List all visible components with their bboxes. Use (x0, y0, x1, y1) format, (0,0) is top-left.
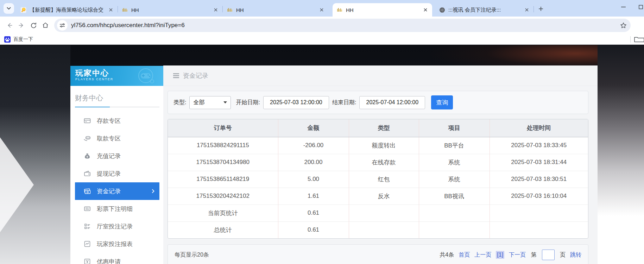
col-header-order-no: 订单号 (168, 119, 278, 137)
cell-type: 红包 (349, 171, 419, 188)
total-count: 共4条 (440, 251, 454, 259)
page-title: 资金记录 (183, 71, 208, 80)
tab-hh-1[interactable]: HH (118, 3, 222, 17)
cell-amount: 1.61 (278, 188, 349, 205)
pagination-bar: 每页显示20条 共4条 首页 上一页 [1] 下一页 第 页 跳转 (168, 244, 588, 264)
page-size-text: 每页显示20条 (175, 251, 209, 259)
sidebar-item-deposit[interactable]: 存款专区 (70, 112, 163, 130)
plus-icon (538, 6, 543, 11)
baidu-paw-icon (4, 36, 11, 43)
tab-hh-active[interactable]: HH (333, 3, 432, 17)
minimize-button[interactable] (619, 3, 627, 11)
chevron-down-icon (7, 7, 11, 10)
bookmark-label: 百度一下 (13, 36, 33, 43)
tab-close-icon[interactable] (422, 7, 429, 13)
back-button[interactable] (4, 19, 15, 31)
hh-gold-logo (337, 7, 343, 13)
sidebar-item-withdraw-record[interactable]: 提现记录 (70, 165, 163, 182)
sidebar-item-label: 优惠申请 (97, 258, 121, 264)
sidebar-item-player-report[interactable]: 玩家投注报表 (70, 235, 163, 253)
filter-bar: 类型: 全部 开始日期: 结束日期: 查询 (168, 91, 588, 114)
cell-project: BB平台 (419, 137, 490, 154)
sidebar-section-title: 财务中心 (75, 93, 163, 103)
funds-icon (83, 187, 91, 195)
prev-page-link[interactable]: 上一页 (474, 251, 491, 259)
first-page-link[interactable]: 首页 (459, 251, 470, 259)
site-info-button[interactable] (57, 20, 68, 31)
col-header-time: 处理时间 (490, 119, 588, 137)
sidebar-item-hall-bets[interactable]: 厅室投注记录 (70, 218, 163, 235)
sidebar-item-funds-record[interactable]: 资金记录 (75, 182, 159, 200)
query-button[interactable]: 查询 (431, 95, 453, 109)
sidebar-item-label: 玩家投注报表 (97, 240, 133, 248)
type-label: 类型: (173, 99, 186, 106)
tab-close-icon[interactable] (524, 7, 530, 13)
hamburger-icon[interactable] (173, 73, 179, 78)
table-row: 1751530204242102 1.61 反水 BB视讯 2025-07-03… (168, 188, 588, 205)
tab-video-records[interactable]: :::视讯 会员下注纪录::: (435, 3, 533, 17)
maximize-button[interactable] (637, 3, 644, 11)
tab-close-icon[interactable] (213, 7, 219, 13)
sidebar-item-lottery-bets[interactable]: 彩票下注明细 (70, 200, 163, 218)
browser-toolbar: yl756.com/hhcp/usercenter.html?iniType=6 (0, 17, 644, 34)
jump-button[interactable]: 跳转 (570, 251, 581, 259)
player-center-sidebar: 玩家中心 PLAYERS CENTER 财务中心 存款专区 (70, 66, 163, 264)
tab-title: 【新提醒】海燕策略论坛综合交 (30, 7, 105, 13)
ticket-list-icon (83, 205, 91, 213)
jump-label-post: 页 (560, 251, 566, 259)
funds-table: 订单号 金额 类型 项目 处理时间 1751538824291115 -206.… (168, 119, 588, 238)
hall-list-icon (83, 222, 91, 230)
reload-button[interactable] (27, 19, 39, 31)
report-chart-icon (83, 240, 91, 248)
bookmark-star-button[interactable] (618, 20, 629, 31)
sidebar-item-label: 提现记录 (97, 170, 121, 178)
cell-type: 额度转出 (349, 137, 419, 154)
tab-title: HH (236, 7, 315, 13)
sidebar-item-withdraw[interactable]: 取款专区 (70, 130, 163, 147)
tab-title: :::视讯 会员下注纪录::: (448, 7, 520, 13)
tab-hh-2[interactable]: HH (223, 3, 328, 17)
next-page-link[interactable]: 下一页 (509, 251, 526, 259)
url-text[interactable]: yl756.com/hhcp/usercenter.html?iniType=6 (71, 22, 618, 29)
bookmarks-bar: 百度一下 (0, 34, 644, 45)
home-button[interactable] (39, 19, 51, 31)
cell-project: 系统 (419, 154, 490, 171)
all-bookmarks-folder-icon[interactable] (634, 36, 644, 43)
cell-time: 2025-07-03 18:33:45 (490, 137, 588, 154)
pager: 共4条 首页 上一页 [1] 下一页 第 页 跳转 (440, 250, 581, 260)
tab-forum[interactable]: 【新提醒】海燕策略论坛综合交 (16, 3, 118, 17)
start-date-input[interactable] (263, 96, 329, 109)
table-row: 1751538704134980 200.00 在线存款 系统 2025-07-… (168, 154, 588, 171)
forward-button[interactable] (15, 19, 27, 31)
table-row-page-total: 当前页统计 0.61 (168, 205, 588, 221)
table-row: 1751538824291115 -206.00 额度转出 BB平台 2025-… (168, 137, 588, 154)
sidebar-menu: 存款专区 取款专区 充值记录 提现记录 (70, 112, 163, 264)
wallet-icon (83, 170, 91, 177)
globe-favicon (439, 7, 445, 13)
bookmark-baidu[interactable]: 百度一下 (4, 36, 33, 43)
bookmarks-divider (630, 36, 631, 43)
sidebar-item-label: 资金记录 (97, 187, 121, 195)
new-tab-button[interactable] (536, 4, 546, 14)
col-header-type: 类型 (349, 119, 419, 137)
col-header-project: 项目 (419, 119, 490, 137)
tab-close-icon[interactable] (108, 7, 114, 13)
type-select-value: 全部 (193, 99, 204, 106)
cell-order-no: 1751538704134980 (168, 154, 278, 171)
tab-close-icon[interactable] (318, 7, 325, 13)
sidebar-item-label: 充值记录 (97, 152, 121, 160)
type-select[interactable]: 全部 (189, 96, 231, 109)
address-bar[interactable]: yl756.com/hhcp/usercenter.html?iniType=6 (54, 19, 631, 32)
sidebar-item-recharge[interactable]: 充值记录 (70, 147, 163, 165)
sidebar-item-promo-apply[interactable]: 优惠申请 (70, 253, 163, 264)
table-header-row: 订单号 金额 类型 项目 处理时间 (168, 119, 588, 137)
cell-label: 总统计 (168, 221, 278, 238)
tab-search-button[interactable] (4, 3, 14, 14)
withdraw-hand-icon (83, 134, 91, 142)
page-number-input[interactable] (542, 250, 555, 260)
cell-type (349, 221, 419, 238)
forward-icon (18, 22, 25, 29)
sidebar-item-label: 厅室投注记录 (97, 222, 133, 231)
cell-order-no: 1751538824291115 (168, 137, 278, 154)
end-date-input[interactable] (359, 96, 425, 109)
